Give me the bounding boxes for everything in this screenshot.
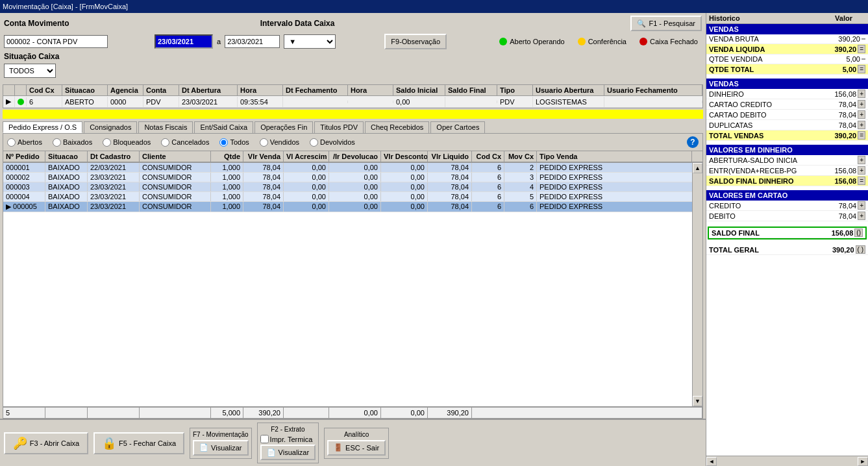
radio-abertos[interactable]: Abertos: [7, 138, 42, 147]
debito-plus[interactable]: +: [858, 212, 865, 220]
order-row-4[interactable]: 000004 BAIXADO 23/03/2021 CONSUMIDOR 1,0…: [3, 192, 702, 202]
situacao-caixa-label: Situação Caixa: [4, 52, 59, 61]
status-aberto: Aberto Operando: [499, 38, 564, 45]
entr-venda-plus[interactable]: +: [858, 166, 865, 175]
conta-movimento-label: Conta Movimento: [4, 19, 69, 28]
venda-bruta-plus[interactable]: [862, 38, 865, 40]
saldo-final-dinheiro-eq[interactable]: =: [858, 177, 865, 185]
tab-cheq-recebidos[interactable]: Cheq Recebidos: [365, 121, 429, 133]
right-panel-header: Historico Valor: [706, 13, 868, 24]
cartao-credito-plus[interactable]: +: [858, 100, 865, 108]
rp-row-dinheiro: DINHEIRO 156,08 +: [706, 89, 868, 99]
dinheiro-plus[interactable]: +: [858, 90, 865, 98]
tab-titulos-pdv[interactable]: Titulos PDV: [314, 121, 364, 133]
orders-footer: 5 5,000 390,20 0,00 0,00 390,20: [3, 406, 702, 418]
status-conferencia: Conferência: [578, 38, 626, 45]
fechar-caixa-icon: 🔒: [102, 436, 116, 450]
order-row-2[interactable]: 000002 BAIXADO 23/03/2021 CONSUMIDOR 1,0…: [3, 173, 702, 182]
rp-row-total-geral: TOTAL GERAL 390,20 ( ): [706, 245, 868, 255]
pesquisar-button[interactable]: 🔍 F1 - Pesquisar: [630, 16, 702, 31]
rp-section-vendas-1: VENDAS: [706, 24, 868, 34]
rp-row-qtde-vendida: QTDE VENDIDA 5,00: [706, 55, 868, 64]
abertura-saldo-plus[interactable]: +: [858, 156, 865, 164]
visualizar-f2-button[interactable]: 📄 Visualizar: [260, 445, 316, 460]
help-icon[interactable]: ?: [687, 136, 699, 148]
rp-row-venda-liquida: VENDA LIQUIDA 390,20 =: [706, 44, 868, 55]
tab-notas-fiscais[interactable]: Notas Fiscais: [138, 121, 193, 133]
radio-vendidos[interactable]: Vendidos: [260, 138, 299, 147]
vertical-scrollbar[interactable]: ▲ ▼: [692, 163, 702, 406]
conta-input[interactable]: [4, 35, 108, 48]
observacao-button[interactable]: F9-Observação: [384, 34, 447, 49]
dot-red-icon: [639, 38, 647, 45]
radio-baixados[interactable]: Baixados: [53, 138, 92, 147]
orders-grid-header: Nº Pedido Situacao Dt Cadastro Cliente Q…: [3, 151, 702, 163]
tab-operacoes-fin[interactable]: Operações Fin: [254, 121, 313, 133]
credito-plus[interactable]: +: [858, 201, 865, 210]
rp-row-cartao-debito: CARTAO DEBITO 78,04 +: [706, 110, 868, 120]
status-fechado: Caixa Fechado: [639, 38, 698, 45]
impr-termica-checkbox[interactable]: Impr. Termica: [260, 435, 313, 443]
visualizar-f2-icon: 📄: [267, 448, 276, 457]
tab-consignados[interactable]: Consignados: [84, 121, 137, 133]
dot-yellow-icon: [578, 38, 586, 45]
date-dropdown[interactable]: ▼: [284, 34, 336, 49]
situacao-dropdown[interactable]: TODOS: [4, 64, 56, 78]
rp-row-venda-bruta: VENDA BRUTA 390,20: [706, 34, 868, 44]
fechar-caixa-button[interactable]: 🔒 F5 - Fechar Caixa: [93, 432, 184, 454]
esc-sair-icon: 🚪: [334, 443, 343, 452]
date-from-input[interactable]: [155, 34, 213, 49]
order-row-5[interactable]: ▶ 000005 BAIXADO 23/03/2021 CONSUMIDOR 1…: [3, 202, 702, 212]
rp-row-debito: DEBITO 78,04 +: [706, 211, 868, 221]
f7-label: F7 - Movimentação: [193, 431, 249, 438]
title-text: Movimentação [Caixa] - [FrmMovCaixa]: [3, 3, 128, 10]
bottom-bar: 🔑 F3 - Abrir Caixa 🔒 F5 - Fechar Caixa F…: [0, 419, 706, 466]
visualizar-f7-icon: 📄: [199, 443, 208, 452]
tab-ent-said-caixa[interactable]: Ent/Said Caixa: [194, 121, 253, 133]
rp-row-entr-venda: ENTR(VENDA+RECEB-PG 156,08 +: [706, 166, 868, 176]
valor-label: Valor: [835, 14, 852, 22]
main-grid-row[interactable]: ▶ 6 ABERTO 0000 PDV 23/03/2021 09:35:54 …: [3, 96, 702, 108]
visualizar-f7-button[interactable]: 📄 Visualizar: [193, 440, 249, 456]
tabs-bar: Pedido Express / O.S Consignados Notas F…: [0, 120, 706, 133]
horizontal-scrollbar[interactable]: ◄ ►: [706, 456, 868, 466]
rp-row-cartao-credito: CARTAO CREDITO 78,04 +: [706, 99, 868, 110]
rp-row-credito: CREDITO 78,04 +: [706, 201, 868, 211]
radio-cancelados[interactable]: Cancelados: [161, 138, 209, 147]
rp-section-valores-cartao: VALORES EM CARTAO: [706, 190, 868, 201]
rp-section-valores-dinheiro: VALORES EM DINHEIRO: [706, 145, 868, 155]
f2-group: F2 - Extrato Impr. Termica 📄 Visualizar: [257, 423, 319, 463]
f2-label: F2 - Extrato: [271, 426, 304, 433]
date-range-separator: a: [217, 38, 221, 45]
radio-filter-row: Abertos Baixados Bloqueados Cancelados T…: [3, 134, 702, 151]
radio-bloqueados[interactable]: Bloqueados: [103, 138, 151, 147]
saldo-final-btn[interactable]: (): [854, 228, 863, 237]
tab-pedido-express[interactable]: Pedido Express / O.S: [3, 121, 82, 133]
dot-green-icon: [499, 38, 507, 45]
analitico-group: Analítico 🚪 ESC - Sair: [324, 428, 389, 459]
rp-row-abertura-saldo: ABERTURA-SALDO INICIA +: [706, 155, 868, 166]
venda-liquida-eq[interactable]: =: [858, 45, 865, 53]
duplicatas-plus[interactable]: +: [858, 121, 865, 129]
rp-row-saldo-final: SALDO FINAL 156,08 (): [709, 228, 865, 238]
rp-section-vendas-2: VENDAS: [706, 79, 868, 89]
f7-group: F7 - Movimentação 📄 Visualizar: [190, 428, 252, 459]
total-geral-btn[interactable]: ( ): [856, 245, 865, 254]
qtde-total-eq[interactable]: =: [858, 65, 865, 73]
abrir-caixa-button[interactable]: 🔑 F3 - Abrir Caixa: [4, 432, 88, 454]
intervalo-label: Intervalo Data Caixa: [260, 19, 335, 28]
qtde-vendida-plus[interactable]: [862, 58, 865, 60]
tab-oper-cartoes[interactable]: Oper Cartoes: [430, 121, 485, 133]
date-to-input[interactable]: [225, 35, 280, 48]
right-panel: Historico Valor VENDAS VENDA BRUTA 390,2…: [706, 13, 868, 466]
order-row-3[interactable]: 000003 BAIXADO 23/03/2021 CONSUMIDOR 1,0…: [3, 182, 702, 192]
tab-content-area: Abertos Baixados Bloqueados Cancelados T…: [3, 133, 703, 419]
radio-todos[interactable]: Todos: [219, 138, 249, 147]
radio-devolvidos[interactable]: Devolvidos: [310, 138, 355, 147]
esc-sair-button[interactable]: 🚪 ESC - Sair: [327, 440, 386, 456]
abrir-caixa-icon: 🔑: [13, 436, 27, 450]
order-row-1[interactable]: 000001 BAIXADO 22/03/2021 CONSUMIDOR 1,0…: [3, 163, 702, 173]
total-vendas-eq[interactable]: =: [858, 131, 865, 140]
title-bar: Movimentação [Caixa] - [FrmMovCaixa]: [0, 0, 868, 13]
cartao-debito-plus[interactable]: +: [858, 110, 865, 119]
